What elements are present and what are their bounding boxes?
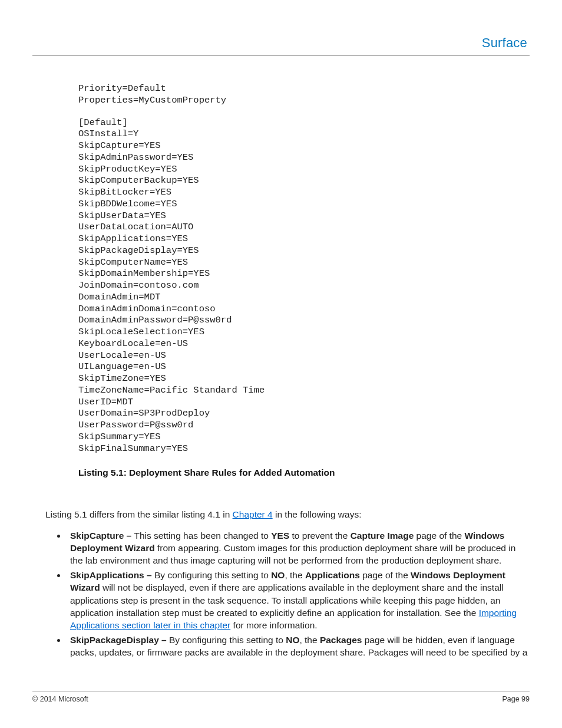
chapter-4-link[interactable]: Chapter 4 — [233, 509, 273, 519]
page-header: Surface — [32, 35, 530, 56]
copyright-text: © 2014 Microsoft — [32, 695, 88, 703]
code-block-1: Priority=Default Properties=MyCustomProp… — [78, 83, 530, 107]
list-item: SkipApplications – By configuring this s… — [67, 569, 530, 631]
intro-text-post: in the following ways: — [273, 509, 362, 519]
item-label: SkipPackageDisplay – — [70, 635, 169, 645]
intro-paragraph: Listing 5.1 differs from the similar lis… — [45, 509, 530, 521]
item-label: SkipApplications – — [70, 570, 154, 580]
list-item: SkipPackageDisplay – By configuring this… — [67, 634, 530, 658]
intro-text-pre: Listing 5.1 differs from the similar lis… — [45, 509, 233, 519]
listing-caption: Listing 5.1: Deployment Share Rules for … — [78, 467, 530, 478]
page-footer: © 2014 Microsoft Page 99 — [32, 691, 530, 703]
page: Surface Priority=Default Properties=MyCu… — [0, 0, 562, 728]
page-number: Page 99 — [502, 695, 530, 703]
item-label: SkipCapture – — [70, 531, 134, 541]
code-block-2: [Default] OSInstall=Y SkipCapture=YES Sk… — [78, 117, 530, 455]
bullet-list: SkipCapture – This setting has been chan… — [67, 529, 530, 658]
list-item: SkipCapture – This setting has been chan… — [67, 529, 530, 566]
brand-logo: Surface — [482, 35, 527, 51]
